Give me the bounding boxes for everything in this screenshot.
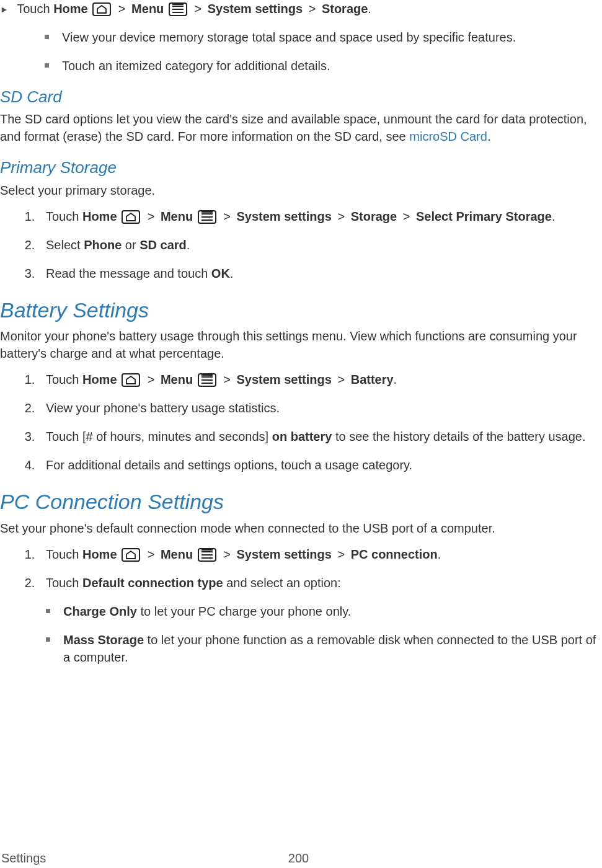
label-storage: Storage bbox=[322, 2, 368, 16]
instruction-step: Touch Home > Menu > System settings > St… bbox=[14, 0, 597, 17]
text: Touch bbox=[46, 373, 82, 386]
text: . bbox=[487, 130, 491, 143]
sub-bullets: View your device memory storage total sp… bbox=[0, 29, 597, 74]
label-pc-connection: PC connection bbox=[351, 547, 438, 561]
separator: > bbox=[223, 547, 231, 561]
label-menu: Menu bbox=[161, 210, 193, 223]
list-item: View your device memory storage total sp… bbox=[62, 29, 597, 46]
label-home: Home bbox=[82, 373, 117, 386]
ordered-list: Touch Home > Menu > System settings > Ba… bbox=[0, 371, 597, 474]
text: Select bbox=[46, 238, 84, 252]
label-charge-only: Charge Only bbox=[63, 604, 137, 618]
label-system-settings: System settings bbox=[236, 547, 331, 561]
separator: > bbox=[309, 2, 316, 16]
sub-bullets: Charge Only to let your PC charge your p… bbox=[0, 603, 597, 666]
text: and select an option: bbox=[223, 576, 341, 590]
separator: > bbox=[148, 210, 155, 223]
menu-icon bbox=[198, 373, 216, 387]
ordered-list: Touch Home > Menu > System settings > PC… bbox=[0, 546, 597, 591]
list-item: Select Phone or SD card. bbox=[38, 236, 597, 254]
text: . bbox=[187, 238, 190, 252]
separator: > bbox=[403, 210, 410, 223]
menu-icon bbox=[198, 548, 216, 562]
heading-battery-settings: Battery Settings bbox=[0, 296, 597, 326]
separator: > bbox=[337, 210, 345, 223]
label-battery: Battery bbox=[351, 373, 394, 386]
list-item: Touch Home > Menu > System settings > St… bbox=[38, 208, 597, 225]
home-icon bbox=[92, 2, 111, 16]
label-system-settings: System settings bbox=[236, 373, 331, 386]
list-item: Charge Only to let your PC charge your p… bbox=[63, 603, 597, 620]
separator: > bbox=[194, 2, 201, 16]
label-select-primary-storage: Select Primary Storage bbox=[416, 210, 552, 223]
text: . bbox=[394, 373, 397, 386]
label-menu: Menu bbox=[161, 547, 193, 561]
text: . bbox=[552, 210, 556, 223]
footer-section: Settings bbox=[0, 849, 46, 867]
paragraph: Set your phone's default connection mode… bbox=[0, 520, 597, 537]
text: . bbox=[230, 267, 234, 280]
label-storage: Storage bbox=[351, 210, 397, 223]
list-item: Touch an itemized category for additiona… bbox=[62, 57, 597, 74]
label-home: Home bbox=[82, 547, 117, 561]
label-ok: OK bbox=[211, 267, 230, 280]
text: or bbox=[122, 238, 139, 252]
label-system-settings: System settings bbox=[208, 2, 303, 16]
label-sd-card: SD card bbox=[139, 238, 187, 252]
separator: > bbox=[337, 373, 345, 386]
text: Touch bbox=[46, 576, 82, 590]
paragraph: Monitor your phone's battery usage throu… bbox=[0, 327, 597, 362]
separator: > bbox=[148, 547, 155, 561]
separator: > bbox=[223, 210, 231, 223]
heading-pc-connection-settings: PC Connection Settings bbox=[0, 487, 597, 517]
label-home: Home bbox=[53, 2, 88, 16]
list-item: View your phone's battery usage statisti… bbox=[38, 399, 597, 417]
label-system-settings: System settings bbox=[236, 210, 331, 223]
label-phone: Phone bbox=[84, 238, 122, 252]
text: Touch bbox=[46, 210, 82, 223]
link-microsd-card[interactable]: microSD Card bbox=[409, 130, 487, 143]
label-menu: Menu bbox=[131, 2, 164, 16]
menu-icon bbox=[169, 2, 187, 16]
text: Touch bbox=[17, 2, 53, 16]
paragraph: The SD card options let you view the car… bbox=[0, 110, 597, 145]
heading-primary-storage: Primary Storage bbox=[0, 156, 597, 179]
menu-icon bbox=[198, 210, 216, 224]
separator: > bbox=[337, 547, 345, 561]
footer: Settings 200 bbox=[0, 849, 597, 868]
text: to see the history details of the batter… bbox=[332, 430, 585, 443]
label-menu: Menu bbox=[161, 373, 193, 386]
text: Touch bbox=[46, 547, 82, 561]
ordered-list: Touch Home > Menu > System settings > St… bbox=[0, 208, 597, 282]
separator: > bbox=[148, 373, 155, 386]
footer-page-number: 200 bbox=[288, 849, 309, 867]
list-item: For additional details and settings opti… bbox=[38, 456, 597, 474]
label-on-battery: on battery bbox=[272, 430, 332, 443]
instruction-list: Touch Home > Menu > System settings > St… bbox=[0, 0, 597, 17]
label-mass-storage: Mass Storage bbox=[63, 633, 144, 647]
label-home: Home bbox=[82, 210, 117, 223]
text: Touch [# of hours, minutes and seconds] bbox=[46, 430, 272, 443]
label-default-connection-type: Default connection type bbox=[82, 576, 223, 590]
home-icon bbox=[122, 548, 140, 562]
list-item: Touch Home > Menu > System settings > Ba… bbox=[38, 371, 597, 388]
text: to let your PC charge your phone only. bbox=[137, 604, 351, 618]
heading-sd-card: SD Card bbox=[0, 86, 597, 108]
home-icon bbox=[122, 373, 140, 387]
list-item: Read the message and touch OK. bbox=[38, 265, 597, 282]
text: . bbox=[438, 547, 441, 561]
home-icon bbox=[122, 210, 140, 224]
separator: > bbox=[223, 373, 231, 386]
text: The SD card options let you view the car… bbox=[0, 112, 587, 143]
list-item: Touch Home > Menu > System settings > PC… bbox=[38, 546, 597, 563]
text: Read the message and touch bbox=[46, 267, 211, 280]
list-item: Touch Default connection type and select… bbox=[38, 574, 597, 591]
separator: > bbox=[118, 2, 126, 16]
list-item: Mass Storage to let your phone function … bbox=[63, 631, 597, 666]
list-item: Touch [# of hours, minutes and seconds] … bbox=[38, 428, 597, 445]
paragraph: Select your primary storage. bbox=[0, 182, 597, 199]
